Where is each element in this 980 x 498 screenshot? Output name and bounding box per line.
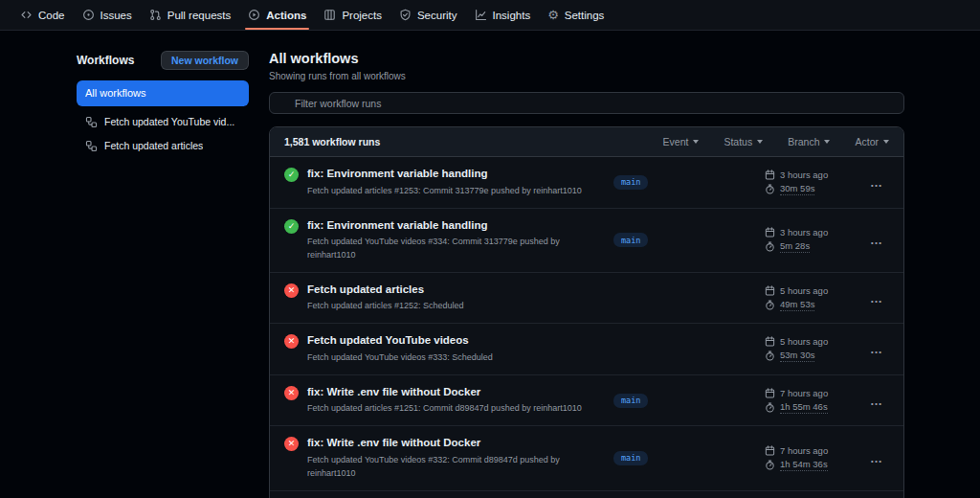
failure-x-icon: ✕ xyxy=(284,437,299,451)
filter-dropdown-status[interactable]: Status xyxy=(724,136,763,147)
branch-badge[interactable]: main xyxy=(613,394,648,408)
run-duration: 30m 59s xyxy=(780,183,814,195)
run-description: Fetch updated YouTube videos #332: Commi… xyxy=(307,454,604,481)
calendar-icon xyxy=(765,227,775,238)
shield-icon xyxy=(399,9,412,21)
graph-icon xyxy=(475,9,487,21)
runs-list-header: 1,581 workflow runs Event Status Branch … xyxy=(270,127,903,157)
filter-dropdown-actor[interactable]: Actor xyxy=(855,136,889,147)
run-duration: 5m 28s xyxy=(780,240,810,253)
workflow-runs-panel: 1,581 workflow runs Event Status Branch … xyxy=(269,126,904,498)
run-description: Fetch updated YouTube videos #333: Sched… xyxy=(307,351,604,365)
chevron-down-icon xyxy=(693,140,699,144)
run-duration: 1h 54m 36s xyxy=(780,459,828,471)
play-circle-icon xyxy=(248,9,260,21)
failure-x-icon: ✕ xyxy=(284,386,299,400)
nav-tab-settings[interactable]: ⚙ Settings xyxy=(539,0,612,30)
nav-tab-issues[interactable]: Issues xyxy=(74,0,141,30)
run-duration: 49m 53s xyxy=(780,299,814,311)
run-duration: 1h 55m 46s xyxy=(780,401,828,414)
calendar-icon xyxy=(765,336,775,347)
sidebar-workflow-item[interactable]: Fetch updated YouTube vid... xyxy=(77,110,249,134)
calendar-icon xyxy=(765,388,775,398)
stopwatch-icon xyxy=(765,402,775,413)
run-title-link[interactable]: fix: Write .env file without Docker xyxy=(307,436,604,451)
runs-filters: Event Status Branch Actor xyxy=(663,136,889,147)
nav-tab-insights[interactable]: Insights xyxy=(466,0,540,30)
run-title-link[interactable]: fix: Environment variable handling xyxy=(307,167,604,182)
workflow-icon xyxy=(85,116,98,128)
run-title-link[interactable]: Fetch updated articles xyxy=(307,283,604,298)
page-subtitle: Showing runs from all workflows xyxy=(269,71,904,81)
chevron-down-icon xyxy=(883,140,889,144)
issue-icon xyxy=(82,9,95,21)
workflow-list: All workflows Fetch updated YouTube vid.… xyxy=(77,80,249,158)
chevron-down-icon xyxy=(824,140,830,144)
failure-x-icon: ✕ xyxy=(284,283,299,298)
sidebar-workflow-item[interactable]: Fetch updated articles xyxy=(77,134,249,158)
calendar-icon xyxy=(765,285,775,296)
success-check-icon: ✓ xyxy=(284,219,299,234)
run-kebab-menu-button[interactable]: … xyxy=(864,290,889,306)
sidebar-workflow-item[interactable]: All workflows xyxy=(77,80,249,106)
nav-tab-actions[interactable]: Actions xyxy=(239,0,315,30)
run-relative-time: 7 hours ago xyxy=(780,388,828,398)
run-kebab-menu-button[interactable]: … xyxy=(864,393,889,409)
run-description: Fetch updated articles #1253: Commit 313… xyxy=(307,185,604,198)
workflow-run-row[interactable]: ✕ Fetch updated YouTube videos Fetch upd… xyxy=(270,324,903,374)
branch-badge[interactable]: main xyxy=(613,175,648,190)
runs-list: ✓ fix: Environment variable handling Fet… xyxy=(270,157,903,491)
stopwatch-icon xyxy=(765,460,775,470)
run-relative-time: 3 hours ago xyxy=(780,170,828,180)
stopwatch-icon xyxy=(765,184,775,194)
workflow-icon xyxy=(85,140,98,152)
run-title-link[interactable]: fix: Environment variable handling xyxy=(307,218,604,234)
filter-workflow-runs-input[interactable] xyxy=(269,92,904,114)
new-workflow-button[interactable]: New workflow xyxy=(161,51,249,70)
runs-count: 1,581 workflow runs xyxy=(284,136,380,147)
run-kebab-menu-button[interactable]: … xyxy=(864,341,889,357)
run-duration: 53m 30s xyxy=(780,350,814,362)
workflow-run-row[interactable]: ✓ fix: Environment variable handling Fet… xyxy=(270,157,903,208)
run-kebab-menu-button[interactable]: … xyxy=(864,232,889,248)
workflow-run-row[interactable]: ✕ fix: Write .env file without Docker Fe… xyxy=(270,375,903,426)
page-content: Workflows New workflow All workflows Fet… xyxy=(0,31,980,498)
calendar-icon xyxy=(765,170,775,180)
stopwatch-icon xyxy=(765,300,775,310)
filter-dropdown-event[interactable]: Event xyxy=(663,136,700,147)
nav-tab-projects[interactable]: Projects xyxy=(315,0,390,30)
success-check-icon: ✓ xyxy=(284,168,299,182)
run-kebab-menu-button[interactable]: … xyxy=(864,450,889,466)
code-icon xyxy=(20,9,33,21)
run-relative-time: 3 hours ago xyxy=(780,227,828,238)
nav-tab-pull-requests[interactable]: Pull requests xyxy=(141,0,239,30)
main-panel: All workflows Showing runs from all work… xyxy=(269,50,904,498)
repo-nav: Code Issues Pull requests Actions Projec… xyxy=(0,0,980,31)
branch-badge[interactable]: main xyxy=(613,233,648,247)
run-relative-time: 7 hours ago xyxy=(780,445,828,456)
sidebar-title: Workflows xyxy=(77,54,134,67)
chevron-down-icon xyxy=(757,140,763,144)
workflow-run-row[interactable]: ✓ fix: Environment variable handling Fet… xyxy=(270,209,903,273)
run-relative-time: 5 hours ago xyxy=(780,285,828,296)
run-relative-time: 5 hours ago xyxy=(780,336,828,347)
run-title-link[interactable]: Fetch updated YouTube videos xyxy=(307,333,604,349)
nav-tab-code[interactable]: Code xyxy=(11,0,74,30)
run-description: Fetch updated YouTube videos #334: Commi… xyxy=(307,236,604,262)
workflow-run-row[interactable]: ✕ fix: Write .env file without Docker Fe… xyxy=(270,426,903,490)
run-kebab-menu-button[interactable]: … xyxy=(864,174,889,191)
failure-x-icon: ✕ xyxy=(284,334,299,349)
run-title-link[interactable]: fix: Write .env file without Docker xyxy=(307,385,604,400)
calendar-icon xyxy=(765,445,775,456)
stopwatch-icon xyxy=(765,241,775,252)
gear-icon: ⚙ xyxy=(547,9,559,21)
pull-request-icon xyxy=(149,9,162,21)
run-description: Fetch updated articles #1252: Scheduled xyxy=(307,300,604,313)
projects-icon xyxy=(323,9,336,21)
branch-badge[interactable]: main xyxy=(613,451,648,465)
workflow-run-row[interactable]: ✕ Fetch updated articles Fetch updated a… xyxy=(270,273,903,324)
run-description: Fetch updated articles #1251: Commit d89… xyxy=(307,402,604,416)
filter-dropdown-branch[interactable]: Branch xyxy=(788,136,830,147)
nav-tab-security[interactable]: Security xyxy=(390,0,466,30)
workflows-sidebar: Workflows New workflow All workflows Fet… xyxy=(77,50,249,498)
